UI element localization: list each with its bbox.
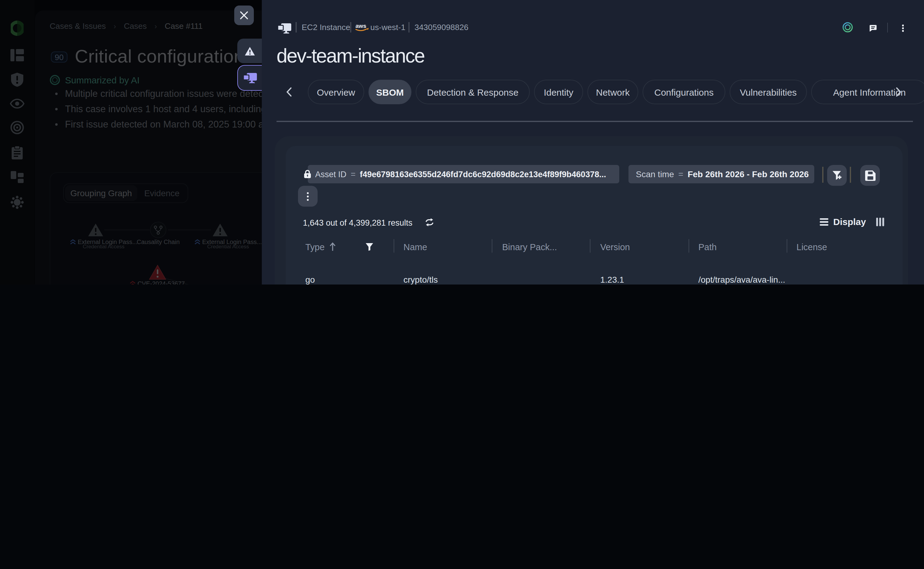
svg-text:aws: aws xyxy=(355,23,366,29)
